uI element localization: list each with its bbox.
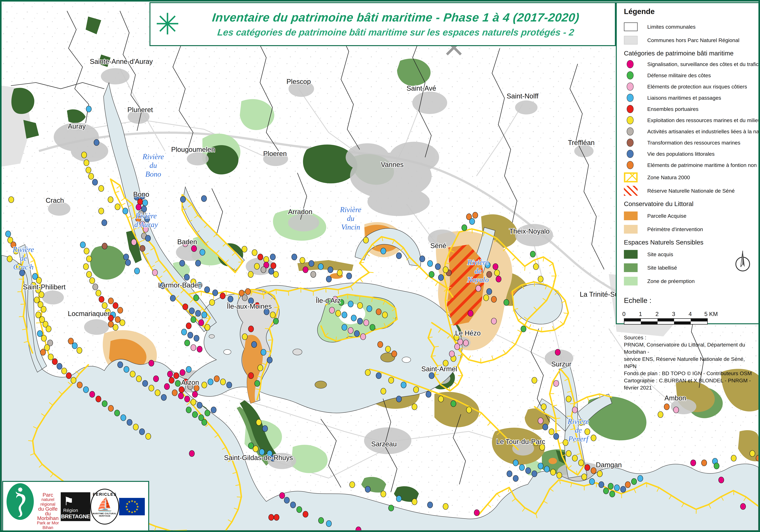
heritage-point [396,396,402,402]
heritage-point [161,394,166,401]
heritage-point [513,475,518,482]
heritage-point [412,404,417,410]
heritage-point [242,334,247,340]
heritage-point [80,242,85,248]
heritage-point [273,271,279,277]
heritage-point [532,377,537,383]
town-label: Saint-Avé [406,84,436,92]
legend-section-heading: Espaces Naturels Sensibles [624,239,756,246]
heritage-point [566,396,571,402]
heritage-point [273,318,279,324]
heritage-point [205,324,210,330]
heritage-point [46,326,51,332]
heritage-point [192,411,198,418]
map-document: Sainte-Anne-d'AurayPluneretAurayPlescopS… [0,0,760,532]
heritage-point [297,507,302,513]
heritage-point [326,276,331,282]
legend-item-label: Communes hors Parc Naturel Régional [647,37,739,43]
heritage-point [5,231,11,237]
heritage-point [124,366,129,372]
heritage-point [484,295,489,301]
heritage-point [389,377,394,383]
legend-swatch [624,277,638,285]
legend-swatch [624,23,638,31]
eu-star-icon: ★ [133,509,136,513]
heritage-point [326,520,331,527]
heritage-point [242,246,247,252]
heritage-point [258,365,263,371]
pericles-subtitle: MARITIME CULTURAL HERITAGE [91,512,119,517]
town-label: Bono [133,190,149,198]
heritage-point [99,208,104,214]
heritage-point [354,330,359,337]
heritage-point [495,270,499,276]
legend-item-label: Exploitation des ressources marines et d… [647,117,760,123]
pnr-logo-line: naturel [35,497,61,502]
heritage-point [96,396,101,402]
heritage-point [438,396,444,402]
heritage-point [328,266,333,273]
heritage-point [115,316,120,323]
heritage-point [180,369,185,376]
heritage-point [36,312,41,318]
heritage-point [438,274,444,281]
town-label: Treffléan [568,139,594,146]
town-label: Saint-Nolff [507,92,539,100]
town-label: Arradon [288,208,312,216]
legend-swatch [627,105,634,113]
heritage-point [44,345,50,351]
heritage-point [189,308,195,314]
heritage-point [113,303,118,309]
heritage-point [473,212,478,218]
heritage-point [412,499,417,505]
heritage-point [396,253,402,259]
heritage-point [194,295,199,301]
heritage-point [99,296,104,303]
heritage-point [248,271,253,277]
heritage-point [487,288,492,295]
sources-line: Cartographie : C.BURBAN et X.BLONDEL - P… [624,377,756,391]
heritage-point [638,475,643,482]
heritage-point [149,385,154,391]
heritage-point [178,393,184,399]
heritage-point [664,404,669,410]
scale-bar-cell [691,319,707,321]
legend-item-label: Périmètre d'intervention [647,226,703,232]
heritage-point [541,404,546,410]
heritage-point [750,450,755,457]
sources-line: PRNGM, Conservatoire du Littoral, Départ… [624,341,756,356]
heritage-point [205,410,210,416]
heritage-point [363,319,369,326]
heritage-point [426,391,431,398]
sources-line: Fonds de plan : BD TOPO © IGN - Contribu… [624,370,756,377]
heritage-point [348,327,353,334]
heritage-point [195,260,201,266]
heritage-point [175,380,180,387]
heritage-point [566,450,571,457]
scale-bar-cell [691,321,707,324]
heritage-point [365,369,370,376]
heritage-point [191,399,196,405]
heritage-point [102,303,107,309]
heritage-point [192,391,198,398]
heritage-point [71,377,76,383]
heritage-point [254,263,260,269]
legend-swatch [627,161,634,169]
eu-star-icon: ★ [131,499,133,503]
town-label: Ambon [664,394,686,402]
heritage-point [496,276,501,282]
legend-item-label: Zone Natura 2000 [647,174,690,180]
town-label: Locmariaquer [68,310,110,317]
heritage-point [48,354,53,360]
heritage-point [507,471,512,477]
legend-item: Limites communales [624,20,756,33]
heritage-point [152,269,158,276]
legend-swatch [627,71,634,79]
heritage-point [585,429,590,435]
heritage-point [252,250,257,256]
heritage-point [329,307,335,314]
sailboat-icon: ⛵ [91,497,119,512]
heritage-point [476,285,481,292]
heritage-point [210,299,215,306]
heritage-point [557,472,562,478]
